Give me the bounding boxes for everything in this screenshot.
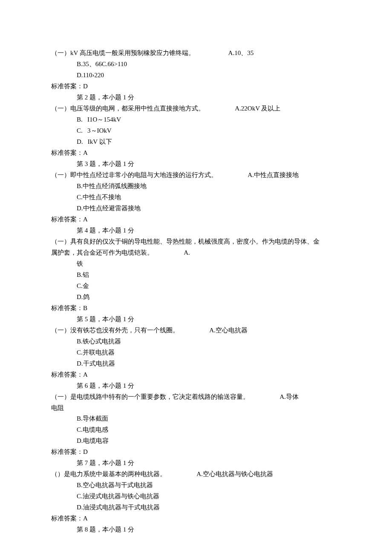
- option-c: C.电缆电感: [51, 424, 341, 436]
- question-stem: （一）kV 高压电缆一般采用预制橡胶应力锥终端。 A.10、35: [51, 48, 341, 59]
- answer-label: 标准答案：A: [51, 214, 341, 225]
- option-a: A.空心电抗器与铁心电抗器: [196, 471, 273, 477]
- option-c: C.油浸式电抗器与铁心电抗器: [51, 491, 341, 502]
- stem-text: （一）是电缆线路中特有的一个重要参数，它决定着线路的输送容量。: [51, 393, 249, 400]
- answer-label: 标准答案：D: [51, 81, 341, 92]
- stem-text: （一）即中性点经过非常小的电阻与大地连接的运行方式。: [51, 171, 217, 178]
- question-header: 第 3 题，本小题 1 分: [51, 159, 341, 170]
- option-a-text: 铁: [51, 259, 341, 270]
- stem-text: （）是电力系统中最基本的两种电抗器。: [51, 471, 166, 477]
- question-header: 第 2 题，本小题 1 分: [51, 92, 341, 103]
- option-b: B.铁心式电抗器: [51, 336, 341, 347]
- option-b: B.空心电抗器与干式电抗器: [51, 480, 341, 491]
- question-header: 第 5 题，本小题 1 分: [51, 314, 341, 325]
- option-a: A.空心电抗器: [209, 327, 248, 334]
- option-d: D.110›220: [51, 70, 341, 81]
- option-b: B.铝: [51, 270, 341, 281]
- option-a: A.22OkV 及以上: [235, 105, 280, 112]
- option-a: A.10、35: [228, 49, 254, 56]
- option-c: C. 3～IOkV: [51, 125, 341, 137]
- option-d: D.干式电抗器: [51, 358, 341, 369]
- question-header: 第 8 题，本小题 1 分: [51, 524, 341, 535]
- question-header: 第 6 题，本小题 1 分: [51, 381, 341, 392]
- question-stem: （）是电力系统中最基本的两种电抗器。 A.空心电抗器与铁心电抗器: [51, 469, 341, 480]
- answer-label: 标准答案：D: [51, 447, 341, 458]
- option-a-prefix: A.: [184, 249, 190, 256]
- option-a: A.导体: [280, 393, 299, 400]
- option-a-continued: 电阻: [51, 403, 341, 414]
- option-d: D.电缆电容: [51, 436, 341, 447]
- question-stem: （一）即中性点经过非常小的电阻与大地连接的运行方式。 A.中性点直接接地: [51, 170, 341, 181]
- answer-label: 标准答案：A: [51, 513, 341, 524]
- stem-text: （一）没有铁芯也没有外壳，只有一个线圈。: [51, 327, 179, 334]
- question-stem: （一）没有铁芯也没有外壳，只有一个线圈。 A.空心电抗器: [51, 325, 341, 336]
- stem-text: （一）kV 高压电缆一般采用预制橡胶应力锥终端。: [51, 49, 195, 56]
- question-stem: （一）是电缆线路中特有的一个重要参数，它决定着线路的输送容量。 A.导体: [51, 392, 341, 403]
- option-d: D.油浸式电抗器与干式电抗器: [51, 502, 341, 513]
- option-c: C.金: [51, 281, 341, 292]
- stem-text: （一）电压等级的电网，都采用中性点直接接地方式。: [51, 105, 205, 112]
- option-d: D.鸽: [51, 292, 341, 303]
- option-c: C.中性点不接地: [51, 192, 341, 203]
- option-d: D.中性点经避雷器接地: [51, 203, 341, 214]
- question-stem: （一）电压等级的电网，都采用中性点直接接地方式。 A.22OkV 及以上: [51, 103, 341, 114]
- option-c: C.并联电抗器: [51, 347, 341, 358]
- question-header: 第 4 题，本小题 1 分: [51, 225, 341, 236]
- answer-label: 标准答案：B: [51, 303, 341, 314]
- option-b: B.35、66C.66>110: [51, 59, 341, 70]
- stem-text: 属护套，其合金还可作为电缆铠装。: [51, 249, 153, 256]
- option-b: B. I1O～154kV: [51, 114, 341, 125]
- option-d: D. IkV 以下: [51, 137, 341, 148]
- answer-label: 标准答案：A: [51, 369, 341, 381]
- question-stem-line2: 属护套，其合金还可作为电缆铠装。 A.: [51, 247, 341, 259]
- option-b: B.导体截面: [51, 413, 341, 424]
- question-stem-line1: （一）具有良好的仅次于铜的导电性能、导热性能，机械强度高，密度小。作为电缆的导体…: [51, 236, 341, 247]
- option-b: B.中性点经消弧线圈接地: [51, 181, 341, 192]
- option-a: A.中性点直接接地: [248, 171, 299, 178]
- answer-label: 标准答案：A: [51, 148, 341, 159]
- question-header: 第 7 题，本小题 1 分: [51, 458, 341, 469]
